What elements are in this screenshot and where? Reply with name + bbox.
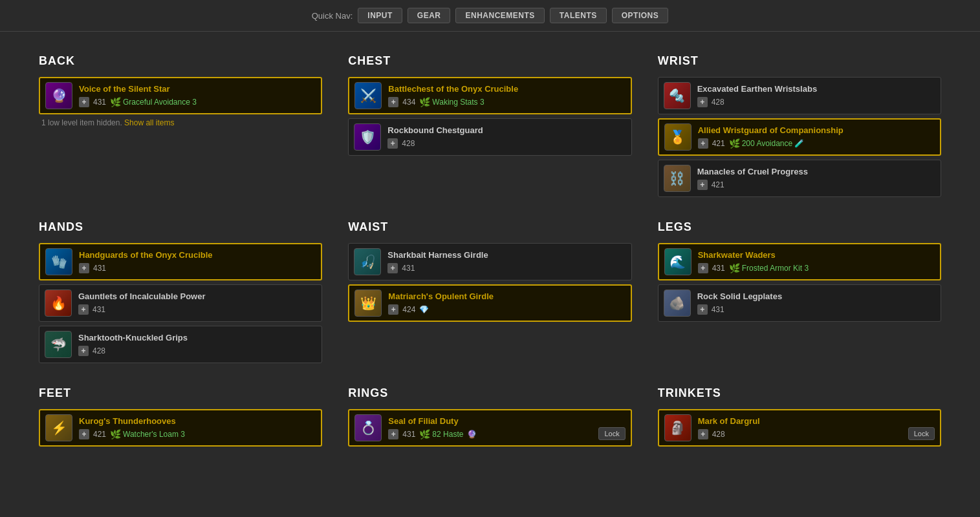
enchant: 🌿 Frosted Armor Kit 3 (729, 263, 809, 273)
item-info: Sharkbait Harness Girdle + 431 (387, 250, 626, 273)
item-icon: 🔮 (45, 82, 72, 109)
item-name: Mark of Dargrul (698, 416, 935, 427)
plus-button[interactable]: + (79, 97, 89, 107)
plus-button[interactable]: + (697, 304, 708, 315)
item-card[interactable]: 🔮 Voice of the Silent Star + 431 🌿 Grace… (39, 77, 322, 114)
item-ilvl: 428 (712, 430, 725, 439)
item-icon: 🛡️ (354, 123, 381, 151)
nav-input[interactable]: INPUT (358, 8, 402, 23)
item-card[interactable]: 🔥 Gauntlets of Incalculable Power + 431 (39, 284, 322, 322)
section-title-chest: CHEST (348, 54, 631, 68)
item-info: Rock Solid Legplates + 431 (697, 291, 935, 315)
item-name: Matriarch's Opulent Girdle (388, 291, 625, 302)
plus-button[interactable]: + (698, 429, 708, 439)
item-card[interactable]: 🏅 Allied Wristguard of Companionship + 4… (658, 118, 941, 156)
item-info: Mark of Dargrul + 428 (698, 416, 935, 439)
item-name: Allied Wristguard of Companionship (698, 125, 935, 136)
item-ilvl: 431 (93, 305, 105, 314)
lock-button[interactable]: Lock (908, 427, 935, 440)
nav-gear[interactable]: GEAR (408, 8, 451, 23)
item-ilvl: 431 (93, 98, 106, 107)
plus-button[interactable]: + (698, 138, 708, 149)
item-name: Battlechest of the Onyx Crucible (388, 84, 625, 95)
plus-button[interactable]: + (698, 263, 708, 273)
item-name: Excavated Earthen Wristslabs (697, 84, 935, 95)
plus-button[interactable]: + (388, 304, 398, 315)
section-wrist: WRIST 🔩 Excavated Earthen Wristslabs + 4… (645, 45, 954, 211)
item-card[interactable]: 🪨 Rock Solid Legplates + 431 (658, 284, 941, 322)
nav-talents[interactable]: TALENTS (550, 8, 607, 23)
item-name: Seal of Filial Duty (388, 416, 625, 427)
item-name: Rock Solid Legplates (697, 291, 935, 302)
gem-icon: 🧪 (794, 139, 804, 148)
item-info: Handguards of the Onyx Crucible + 431 (79, 250, 316, 273)
quick-nav-label: Quick Nav: (312, 11, 353, 21)
plus-button[interactable]: + (78, 304, 89, 315)
nav-options[interactable]: OPTIONS (612, 8, 669, 23)
plus-button[interactable]: + (388, 429, 398, 439)
enchant-icon: 🌿 (110, 97, 121, 107)
plus-button[interactable]: + (387, 138, 398, 149)
nav-enhancements[interactable]: ENHANCEMENTS (455, 8, 544, 23)
item-ilvl: 431 (402, 264, 415, 273)
item-icon: ⛓️ (664, 165, 691, 192)
item-info: Battlechest of the Onyx Crucible + 434 🌿… (388, 84, 625, 107)
plus-button[interactable]: + (79, 429, 89, 439)
item-card[interactable]: 🛡️ Rockbound Chestguard + 428 (348, 118, 631, 156)
section-chest: CHEST ⚔️ Battlechest of the Onyx Crucibl… (335, 45, 644, 211)
enchant-text: 82 Haste (432, 430, 463, 439)
item-card[interactable]: 🦈 Sharktooth-Knuckled Grips + 428 (39, 326, 322, 363)
item-row: + 431 🌿 82 Haste 🔮 (388, 429, 625, 439)
plus-button[interactable]: + (78, 346, 89, 356)
plus-button[interactable]: + (79, 263, 89, 273)
item-row: + 434 🌿 Waking Stats 3 (388, 97, 625, 107)
item-card[interactable]: 🎣 Sharkbait Harness Girdle + 431 (348, 243, 631, 280)
hidden-note: 1 low level item hidden. Show all items (41, 118, 322, 127)
plus-button[interactable]: + (387, 263, 398, 273)
enchant: 🌿 Watcher's Loam 3 (110, 429, 185, 439)
item-icon: 🌊 (664, 248, 691, 275)
item-card[interactable]: 👑 Matriarch's Opulent Girdle + 424 💎 (348, 284, 631, 322)
item-icon: 💍 (354, 414, 382, 441)
plus-button[interactable]: + (697, 97, 708, 107)
item-row: + 424 💎 (388, 304, 625, 315)
plus-button[interactable]: + (388, 97, 398, 107)
item-name: Handguards of the Onyx Crucible (79, 250, 316, 261)
item-card[interactable]: 💍 Seal of Filial Duty + 431 🌿 82 Haste 🔮… (348, 409, 631, 447)
section-waist: WAIST 🎣 Sharkbait Harness Girdle + 431 👑… (335, 211, 644, 377)
enchant: 🌿 82 Haste (419, 429, 463, 439)
item-icon: 🏅 (664, 123, 691, 151)
item-card[interactable]: 🌊 Sharkwater Waders + 431 🌿 Frosted Armo… (658, 243, 941, 280)
item-ilvl: 428 (93, 346, 105, 355)
item-ilvl: 431 (712, 305, 724, 314)
item-icon: ⚡ (45, 414, 72, 441)
main-grid: BACK 🔮 Voice of the Silent Star + 431 🌿 … (0, 32, 980, 473)
section-back: BACK 🔮 Voice of the Silent Star + 431 🌿 … (26, 45, 335, 211)
enchant-text: Waking Stats 3 (432, 98, 484, 107)
item-row: + 421 🌿 200 Avoidance 🧪 (698, 138, 935, 149)
show-all-link[interactable]: Show all items (124, 118, 174, 127)
item-card[interactable]: 🧤 Handguards of the Onyx Crucible + 431 (39, 243, 322, 280)
section-title-wrist: WRIST (658, 54, 941, 68)
item-name: Manacles of Cruel Progress (697, 167, 935, 178)
item-ilvl: 431 (712, 264, 725, 273)
item-info: Allied Wristguard of Companionship + 421… (698, 125, 935, 149)
item-row: + 431 (387, 263, 626, 273)
item-card[interactable]: 🔩 Excavated Earthen Wristslabs + 428 (658, 77, 941, 114)
item-card[interactable]: ⚡ Kurog's Thunderhooves + 421 🌿 Watcher'… (39, 409, 322, 447)
item-icon: 🔥 (45, 290, 72, 317)
item-icon: 🎣 (354, 248, 381, 275)
item-card[interactable]: ⛓️ Manacles of Cruel Progress + 421 (658, 160, 941, 197)
item-icon: 🪨 (664, 290, 691, 317)
item-ilvl: 428 (402, 139, 415, 148)
section-trinkets: TRINKETS 🗿 Mark of Dargrul + 428 Lock (645, 377, 954, 460)
enchant: 🌿 Waking Stats 3 (419, 97, 484, 107)
item-name: Sharkwater Waders (698, 250, 935, 261)
plus-button[interactable]: + (697, 180, 708, 190)
lock-button[interactable]: Lock (598, 427, 625, 440)
item-card[interactable]: 🗿 Mark of Dargrul + 428 Lock (658, 409, 941, 447)
item-ilvl: 431 (93, 264, 106, 273)
enchant-icon: 🌿 (110, 429, 121, 439)
item-name: Sharkbait Harness Girdle (387, 250, 626, 261)
item-card[interactable]: ⚔️ Battlechest of the Onyx Crucible + 43… (348, 77, 631, 114)
